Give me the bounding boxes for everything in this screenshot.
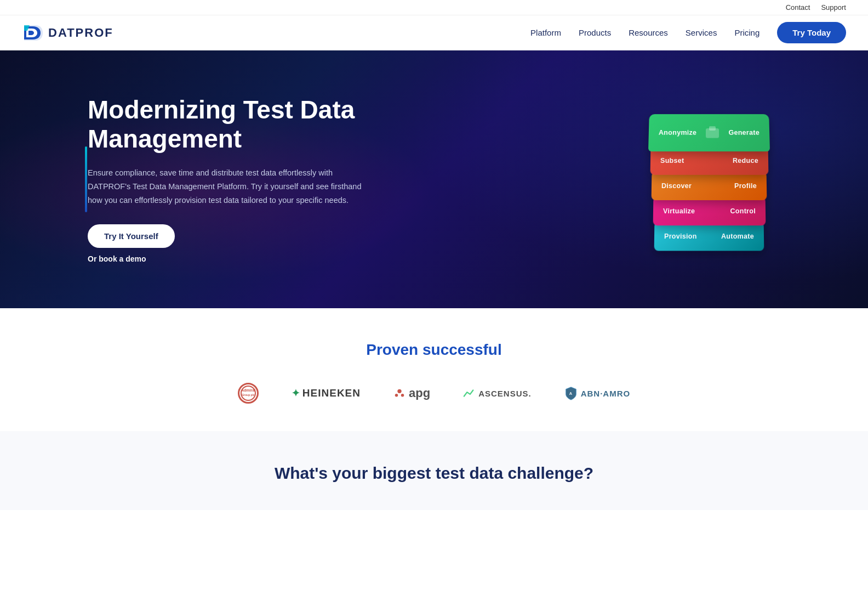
block-label-provision: Provision xyxy=(664,233,697,240)
nav-pricing[interactable]: Pricing xyxy=(734,28,760,37)
support-link[interactable]: Support xyxy=(821,3,846,12)
nav-products[interactable]: Products xyxy=(579,28,611,37)
block-label-discover: Discover xyxy=(661,182,692,190)
datprof-logo-icon xyxy=(22,23,44,43)
block-label-profile: Profile xyxy=(734,182,757,190)
block-label-reduce: Reduce xyxy=(732,157,758,165)
abnamro-logo: A ABN·AMRO xyxy=(564,386,631,400)
abnamro-text: ABN·AMRO xyxy=(581,389,631,398)
apg-text: apg xyxy=(409,386,430,400)
stack-block-anonymize: Anonymize Generate xyxy=(648,114,770,151)
nav-links: Platform Products Resources Services Pri… xyxy=(530,22,846,43)
hero-section: Modernizing Test Data Management Ensure … xyxy=(0,50,868,308)
block-label-automate: Automate xyxy=(721,233,754,240)
heineken-logo: ✦ HEINEKEN xyxy=(292,387,361,399)
svg-point-7 xyxy=(401,394,404,397)
logo-admiral: Admiral Group plc xyxy=(238,383,259,404)
abnamro-shield-icon: A xyxy=(564,386,578,400)
book-demo-link[interactable]: Or book a demo xyxy=(88,254,146,263)
ascensus-text: ASCENSUS. xyxy=(478,389,532,398)
logo-abnamro: A ABN·AMRO xyxy=(564,386,631,400)
nav-resources[interactable]: Resources xyxy=(629,28,668,37)
apg-logo: apg xyxy=(393,386,430,400)
svg-text:Group plc: Group plc xyxy=(242,393,255,397)
block-icon xyxy=(704,124,721,141)
logo[interactable]: DATPROF xyxy=(22,23,113,43)
hero-actions: Try It Yourself Or book a demo xyxy=(88,224,373,263)
proven-title: Proven successful xyxy=(22,341,846,359)
admiral-svg: Admiral Group plc xyxy=(240,385,256,401)
nav-services[interactable]: Services xyxy=(686,28,717,37)
svg-text:Admiral: Admiral xyxy=(241,388,255,392)
hero-text: Modernizing Test Data Management Ensure … xyxy=(88,95,373,264)
apg-icon xyxy=(393,387,406,399)
contact-link[interactable]: Contact xyxy=(786,3,810,12)
stack-block-virtualize: Virtualize Control xyxy=(653,197,766,225)
heineken-text: HEINEKEN xyxy=(302,387,361,399)
block-label-subset: Subset xyxy=(660,157,684,165)
navbar: DATPROF Platform Products Resources Serv… xyxy=(0,15,868,50)
stack-block-discover: Discover Profile xyxy=(652,172,767,200)
challenge-section: What's your biggest test data challenge? xyxy=(0,431,868,510)
admiral-logo: Admiral Group plc xyxy=(238,383,259,404)
block-label-generate: Generate xyxy=(728,129,760,137)
hero-title: Modernizing Test Data Management xyxy=(88,95,373,154)
svg-point-5 xyxy=(397,389,401,393)
proven-section: Proven successful Admiral Group plc ✦ HE… xyxy=(0,308,868,431)
try-yourself-button[interactable]: Try It Yourself xyxy=(88,224,175,248)
logo-ascensus: ASCENSUS. xyxy=(463,387,532,399)
svg-point-6 xyxy=(395,394,398,397)
nav-platform[interactable]: Platform xyxy=(530,28,561,37)
logo-heineken: ✦ HEINEKEN xyxy=(292,387,361,399)
admiral-circle-icon: Admiral Group plc xyxy=(238,383,259,404)
challenge-title: What's your biggest test data challenge? xyxy=(22,464,846,483)
heineken-star-icon: ✦ xyxy=(292,387,300,399)
stack-block-provision: Provision Automate xyxy=(654,222,764,251)
svg-rect-1 xyxy=(709,126,716,131)
logo-text: DATPROF xyxy=(48,26,113,40)
logos-row: Admiral Group plc ✦ HEINEKEN apg xyxy=(22,383,846,404)
stack-container: Anonymize Generate Subset Reduce Discove… xyxy=(638,111,780,247)
ascensus-logo: ASCENSUS. xyxy=(463,387,532,399)
logo-apg: apg xyxy=(393,386,430,400)
hero-content: Modernizing Test Data Management Ensure … xyxy=(0,63,868,297)
hero-description: Ensure compliance, save time and distrib… xyxy=(88,166,373,207)
try-today-button[interactable]: Try Today xyxy=(777,22,846,43)
hero-visual: Anonymize Generate Subset Reduce Discove… xyxy=(638,111,780,247)
top-bar: Contact Support xyxy=(0,0,868,15)
block-label-virtualize: Virtualize xyxy=(663,207,694,215)
ascensus-icon xyxy=(463,387,475,399)
block-label-control: Control xyxy=(730,207,756,215)
block-label-anonymize: Anonymize xyxy=(659,129,697,137)
svg-text:A: A xyxy=(569,391,573,396)
